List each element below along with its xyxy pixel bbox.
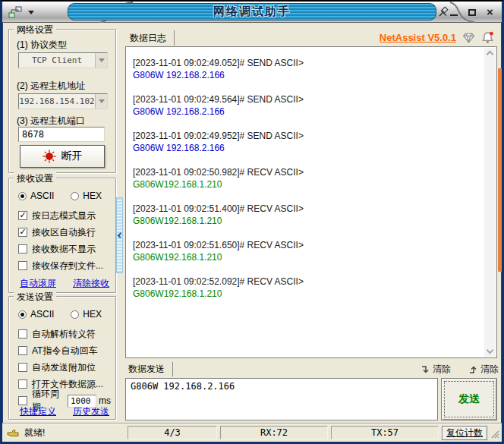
action-link[interactable]: 历史发送 [73,405,109,418]
clear-receive-button[interactable]: 清除 [420,363,451,376]
checkbox[interactable] [18,228,27,237]
option-checkbox[interactable]: 接收数据不显示 [18,241,111,257]
titlebar: 网络调试助手 × [2,2,502,23]
chevron-down-icon[interactable] [95,94,107,109]
log-entry: [2023-11-01 09:02:49.052]# SEND ASCII> G… [133,57,480,81]
send-options: 自动解析转义符 AT指令自动回车 自动发送附加位 打开文件数据源... 循环周期 [18,326,111,409]
option-checkbox[interactable]: AT指令自动回车 [18,342,111,359]
minimize-button[interactable] [448,7,459,18]
status-rx: RX:72 [220,426,328,439]
send-settings-group: 发送设置 ASCII HEX 自动解析转义符 AT指令自动回车 自动发送附加位 [8,296,116,420]
log-entry: [2023-11-01 09:02:49.952]# SEND ASCII> G… [133,130,480,154]
log-entry: [2023-11-01 09:02:52.092]# RECV ASCII> G… [133,276,480,300]
checkbox[interactable] [18,396,27,405]
checkbox[interactable] [18,379,27,389]
scrollbar-thumb[interactable] [498,68,502,272]
host-select[interactable]: 192.168.154.102 [18,93,108,109]
log-entry-header: [2023-11-01 09:02:50.982]# RECV ASCII> [133,166,480,178]
host-label: (2) 远程主机地址 [17,80,85,93]
log-entry-data: G806W 192.168.2.166 [133,105,480,118]
checkbox[interactable] [18,363,27,372]
menu-caret-icon[interactable] [28,11,34,14]
status-counter: 4/3 [128,426,217,439]
collapse-left-icon [118,232,124,238]
recv-options: 按日志模式显示 接收区自动换行 接收数据不显示 接收保存到文件... [18,207,111,274]
chevron-down-icon[interactable] [95,53,107,68]
checkbox[interactable] [18,211,27,220]
log-entry-header: [2023-11-01 09:02:49.052]# SEND ASCII> [133,57,480,69]
send-input[interactable] [125,378,438,420]
gem-icon[interactable] [462,31,475,44]
maximize-button[interactable] [466,7,477,18]
app-network-icon[interactable] [8,6,22,18]
log-entry-header: [2023-11-01 09:02:49.952]# SEND ASCII> [133,130,480,142]
option-checkbox[interactable]: 自动发送附加位 [18,359,111,376]
log-entry-data: G806W192.168.1.210 [133,215,480,227]
log-entry-data: G806W 192.168.2.166 [133,142,480,154]
tab-data-send[interactable]: 数据发送 [125,362,173,376]
log-entry-data: G806W 192.168.2.166 [133,69,480,81]
checkbox[interactable] [18,329,27,339]
clear-send-button[interactable]: 清除 [468,363,499,376]
netassist-version-link[interactable]: NetAssist V5.0.1 [380,32,456,43]
recv-hex-radio[interactable]: HEX [71,191,102,201]
log-entry-data: G806W192.168.1.210 [133,178,480,191]
action-link[interactable]: 清除接收 [73,277,109,290]
connection-status-icon [43,150,56,163]
bell-icon[interactable] [481,31,494,44]
reset-count-button[interactable]: 复位计数 [442,426,487,440]
log-body: [2023-11-01 09:02:49.052]# SEND ASCII> G… [126,47,484,357]
action-link[interactable]: 快捷定义 [20,405,56,418]
send-hex-radio[interactable]: HEX [71,309,102,320]
panel-splitter[interactable] [116,197,123,273]
port-label: (3) 远程主机端口 [17,115,85,128]
option-checkbox[interactable]: 自动解析转义符 [18,326,111,342]
scroll-up-icon[interactable] [487,51,494,58]
close-button[interactable]: × [484,7,496,18]
resize-grip[interactable] [490,427,499,439]
port-input[interactable] [18,127,105,142]
log-entry: [2023-11-01 09:02:50.982]# RECV ASCII> G… [133,166,480,191]
tab-data-log[interactable]: 数据日志 [128,30,175,46]
titlebar-strip: 网络调试助手 [68,3,436,20]
scroll-down-icon[interactable] [487,347,494,354]
disconnect-button[interactable]: 断开 [20,145,105,168]
send-ascii-radio[interactable]: ASCII [18,309,54,320]
status-bar: 就绪! 4/3 RX:72 TX:57 复位计数 [2,423,502,442]
app-window: 网络调试助手 × 网络设置 (1) 协议类型 TCP Client (2) 远程… [0,0,504,444]
log-entry-header: [2023-11-01 09:02:51.400]# RECV ASCII> [133,203,480,215]
checkbox[interactable] [18,244,27,253]
data-log-area[interactable]: [2023-11-01 09:02:49.052]# SEND ASCII> G… [125,46,497,358]
option-checkbox[interactable]: 按日志模式显示 [18,207,111,224]
checkbox[interactable] [18,346,27,355]
receive-settings-title: 接收设置 [14,172,56,185]
arrow-corner-down-icon [420,364,430,374]
action-link[interactable]: 自动滚屏 [20,277,56,290]
log-entry-data: G806W192.168.1.210 [133,288,480,300]
checkbox[interactable] [18,261,27,270]
log-entry-header: [2023-11-01 09:02:52.092]# RECV ASCII> [133,276,480,288]
option-checkbox[interactable]: 接收区自动换行 [18,224,111,241]
notification-dot [490,31,493,35]
log-entry-header: [2023-11-01 09:02:49.564]# SEND ASCII> [133,93,480,105]
recv-links: 自动滚屏清除接收 [20,277,109,290]
log-scrollbar[interactable] [484,48,496,357]
network-settings-title: 网络设置 [14,24,56,36]
log-entry: [2023-11-01 09:02:51.400]# RECV ASCII> G… [133,203,480,227]
send-row: 数据发送 清除 清除 [125,361,499,376]
protocol-select[interactable]: TCP Client [18,52,108,68]
log-entry-header: [2023-11-01 09:02:51.650]# RECV ASCII> [133,239,480,251]
status-message: 就绪! [24,427,45,439]
send-settings-title: 发送设置 [14,291,56,304]
send-button[interactable]: 发送 [441,378,497,420]
log-entry: [2023-11-01 09:02:51.650]# RECV ASCII> G… [133,239,480,263]
brand-row: NetAssist V5.0.1 [380,29,494,46]
send-format-radios: ASCII HEX [18,309,102,320]
window-controls: × [448,6,496,18]
log-entry-data: G806W192.168.1.210 [133,251,480,263]
receive-settings-group: 接收设置 ASCII HEX 按日志模式显示 接收区自动换行 接收数据不显示 [8,178,116,293]
option-checkbox[interactable]: 接收保存到文件... [18,257,111,274]
window-title: 网络调试助手 [213,5,291,19]
recv-ascii-radio[interactable]: ASCII [18,191,54,201]
send-links: 快捷定义历史发送 [20,405,109,418]
